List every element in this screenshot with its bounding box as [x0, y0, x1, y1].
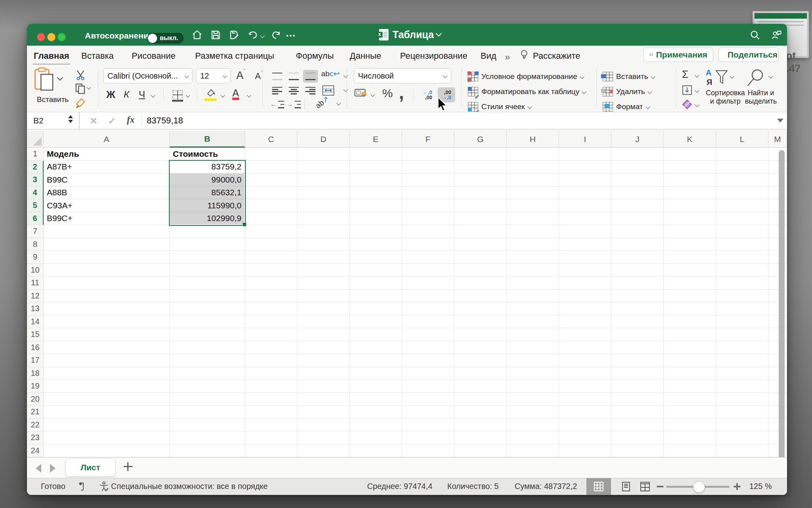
cell-G2[interactable] [454, 161, 507, 174]
row-header-21[interactable]: 21 [27, 406, 44, 419]
cell-D21[interactable] [297, 406, 350, 419]
vertical-scrollbar[interactable] [779, 150, 785, 495]
cell-G23[interactable] [454, 431, 507, 444]
paste-dropdown-chevron-icon[interactable] [58, 75, 62, 83]
cell-F7[interactable] [402, 225, 454, 238]
cell-E18[interactable] [350, 367, 402, 380]
col-header-B[interactable]: B [170, 131, 245, 148]
cell-C20[interactable] [245, 393, 297, 406]
autosum-dropdown-chevron-icon[interactable] [695, 73, 699, 80]
cell-E23[interactable] [350, 431, 402, 444]
cell-C16[interactable] [245, 341, 297, 354]
insert-function-icon[interactable]: fx [127, 115, 134, 125]
comma-style-button[interactable]: , [399, 82, 404, 103]
share-button[interactable]: Поделиться [718, 48, 779, 62]
cell-B9[interactable] [170, 251, 245, 264]
cell-H10[interactable] [507, 264, 559, 277]
share-people-icon[interactable] [771, 29, 782, 40]
cell-G12[interactable] [454, 290, 507, 303]
cell-D14[interactable] [297, 316, 350, 329]
cell-L12[interactable] [716, 290, 768, 303]
col-header-F[interactable]: F [402, 131, 454, 148]
row-header-6[interactable]: 6 [27, 212, 44, 225]
search-icon[interactable] [749, 29, 760, 40]
bold-button[interactable]: Ж [106, 89, 115, 100]
insert-cells-button[interactable]: Вставить [603, 70, 655, 83]
cell-L6[interactable] [716, 212, 768, 225]
cell-L18[interactable] [716, 367, 768, 380]
cell-D22[interactable] [297, 419, 350, 432]
cell-L4[interactable] [716, 187, 768, 200]
increase-indent-button[interactable]: → [286, 98, 301, 110]
cell-D6[interactable] [297, 212, 350, 225]
cell-C12[interactable] [245, 290, 297, 303]
cell-H7[interactable] [507, 225, 559, 238]
cell-K3[interactable] [664, 173, 716, 187]
cell-H5[interactable] [507, 199, 559, 212]
cell-L9[interactable] [716, 251, 768, 264]
cell-B2[interactable]: 83759,2 [170, 161, 245, 174]
cell-J9[interactable] [611, 251, 664, 264]
cell-K21[interactable] [664, 406, 716, 419]
cell-H19[interactable] [507, 380, 559, 393]
cell-A8[interactable] [44, 238, 170, 251]
zoom-out-button[interactable] [657, 486, 664, 487]
cell-A21[interactable] [44, 406, 170, 419]
cell-D4[interactable] [297, 187, 350, 200]
cell-J12[interactable] [611, 290, 664, 303]
cell-E1[interactable] [350, 148, 402, 161]
cell-I1[interactable] [559, 148, 611, 161]
borders-dropdown-chevron-icon[interactable] [186, 93, 190, 100]
cell-E14[interactable] [350, 316, 402, 329]
cell-H11[interactable] [507, 277, 559, 290]
save-as-icon[interactable] [229, 29, 240, 40]
cell-L23[interactable] [716, 431, 768, 444]
cell-B8[interactable] [170, 238, 245, 251]
formula-input[interactable]: 83759,18 [147, 115, 183, 126]
tab-insert[interactable]: Вставка [80, 49, 115, 63]
cell-G6[interactable] [454, 212, 507, 225]
undo-icon[interactable] [247, 29, 259, 40]
cell-K20[interactable] [664, 393, 716, 406]
row-header-5[interactable]: 5 [27, 199, 44, 212]
document-title[interactable]: Таблица [393, 29, 441, 40]
cell-K16[interactable] [664, 341, 716, 354]
copy-icon[interactable] [75, 83, 86, 96]
cell-J17[interactable] [611, 354, 664, 367]
cell-J5[interactable] [611, 199, 664, 212]
row-header-14[interactable]: 14 [27, 316, 44, 329]
cell-D8[interactable] [297, 238, 350, 251]
cell-E2[interactable] [350, 161, 402, 174]
cell-E21[interactable] [350, 406, 402, 419]
cell-E13[interactable] [350, 302, 402, 316]
cell-H23[interactable] [507, 431, 559, 444]
format-cells-button[interactable]: Формат [603, 100, 649, 113]
cell-J2[interactable] [611, 161, 664, 174]
sort-filter-button[interactable]: А Я Сортировкаи фильтр [706, 68, 745, 106]
cell-D9[interactable] [297, 251, 350, 264]
align-middle-button[interactable] [286, 70, 301, 83]
cell-K8[interactable] [664, 238, 716, 251]
cell-B1[interactable]: Стоимость [170, 148, 245, 161]
cell-J24[interactable] [611, 444, 664, 458]
cell-G11[interactable] [454, 277, 507, 290]
cell-C8[interactable] [245, 238, 297, 251]
cell-E16[interactable] [350, 341, 402, 354]
cell-A7[interactable] [44, 225, 170, 238]
cell-H14[interactable] [507, 316, 559, 329]
row-header-3[interactable]: 3 [27, 173, 44, 187]
row-header-20[interactable]: 20 [27, 393, 44, 406]
cell-G24[interactable] [454, 444, 507, 458]
tab-overflow-icon[interactable]: » [505, 52, 510, 63]
cell-B23[interactable] [170, 431, 245, 444]
cell-A18[interactable] [44, 367, 170, 380]
conditional-formatting-button[interactable]: Условное форматирование [468, 70, 584, 83]
cell-B4[interactable]: 85632,1 [170, 187, 245, 200]
cell-D7[interactable] [297, 225, 350, 238]
cell-H22[interactable] [507, 419, 559, 432]
copy-dropdown-chevron-icon[interactable] [87, 85, 90, 92]
cell-E10[interactable] [350, 264, 402, 277]
tab-home[interactable]: Главная [33, 49, 70, 63]
cell-H24[interactable] [507, 444, 559, 458]
cell-I16[interactable] [559, 341, 611, 354]
